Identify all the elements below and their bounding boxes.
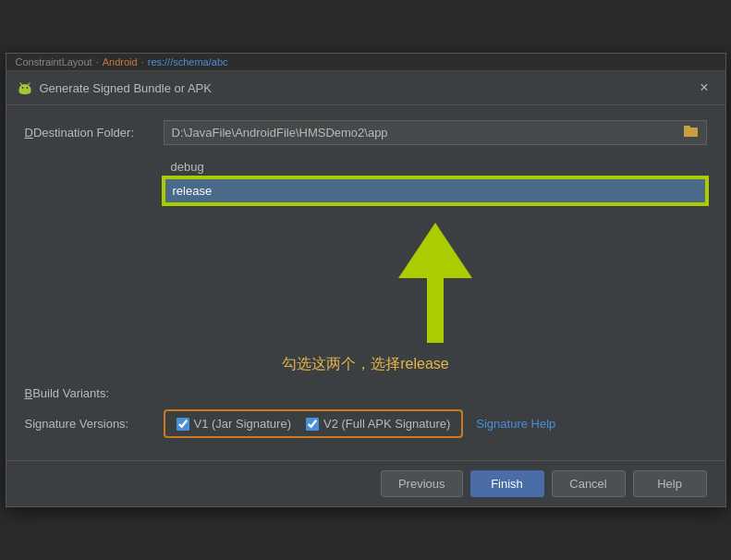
folder-icon[interactable] (676, 121, 706, 144)
android-icon (18, 80, 32, 95)
dest-input-wrapper (164, 120, 707, 145)
v2-checkbox-label[interactable]: V2 (Full APK Signature) (306, 417, 450, 431)
dialog-footer: Previous Finish Cancel Help (6, 460, 725, 506)
svg-point-2 (21, 87, 23, 89)
svg-line-4 (19, 83, 21, 85)
title-bar-left: Generate Signed Bundle or APK (18, 80, 212, 95)
context-bar: ConstraintLayout · Android · res:///sche… (6, 54, 725, 71)
dest-input[interactable] (164, 122, 676, 143)
build-type-dropdown[interactable]: debug release (164, 156, 707, 204)
v1-label: V1 (Jar Signature) (194, 417, 292, 431)
context-path: res:///schema/abc (148, 56, 228, 67)
dest-label: DDestination Folder: (25, 126, 164, 140)
arrow-up-icon (394, 223, 477, 343)
sig-help-link[interactable]: Signature Help (476, 417, 555, 431)
build-variants-label: BBuild Variants: (25, 386, 164, 400)
sig-versions-row: Signature Versions: V1 (Jar Signature) V… (25, 409, 707, 438)
v1-checkbox[interactable] (177, 418, 189, 431)
v2-label: V2 (Full APK Signature) (323, 417, 450, 431)
destination-row: DDestination Folder: (25, 120, 707, 145)
svg-rect-7 (684, 126, 690, 128)
svg-line-5 (28, 83, 30, 85)
svg-rect-1 (18, 88, 30, 93)
sig-checkboxes-box: V1 (Jar Signature) V2 (Full APK Signatur… (164, 409, 464, 438)
close-button[interactable]: × (694, 79, 713, 97)
sig-label: Signature Versions: (25, 417, 164, 431)
previous-button[interactable]: Previous (381, 470, 463, 497)
finish-button[interactable]: Finish (470, 470, 544, 497)
help-button[interactable]: Help (633, 470, 707, 497)
title-bar: Generate Signed Bundle or APK × (6, 71, 725, 105)
annotation-text: 勾选这两个，选择release (25, 347, 707, 382)
v2-checkbox[interactable] (306, 418, 319, 431)
dropdown-item-release[interactable]: release (164, 177, 707, 204)
context-android: Android (103, 56, 138, 67)
svg-rect-8 (427, 269, 444, 343)
svg-rect-6 (684, 128, 698, 137)
svg-marker-9 (398, 223, 472, 278)
context-text: ConstraintLayout (16, 56, 92, 67)
arrow-container (164, 213, 707, 347)
cancel-button[interactable]: Cancel (552, 470, 626, 497)
dropdown-item-debug[interactable]: debug (164, 156, 707, 177)
svg-point-3 (26, 87, 28, 89)
dialog-title: Generate Signed Bundle or APK (40, 81, 212, 95)
generate-apk-dialog: ConstraintLayout · Android · res:///sche… (6, 53, 726, 507)
v1-checkbox-label[interactable]: V1 (Jar Signature) (177, 417, 292, 431)
build-variants-row: BBuild Variants: (25, 386, 707, 400)
dialog-body: DDestination Folder: debug release (6, 105, 725, 460)
